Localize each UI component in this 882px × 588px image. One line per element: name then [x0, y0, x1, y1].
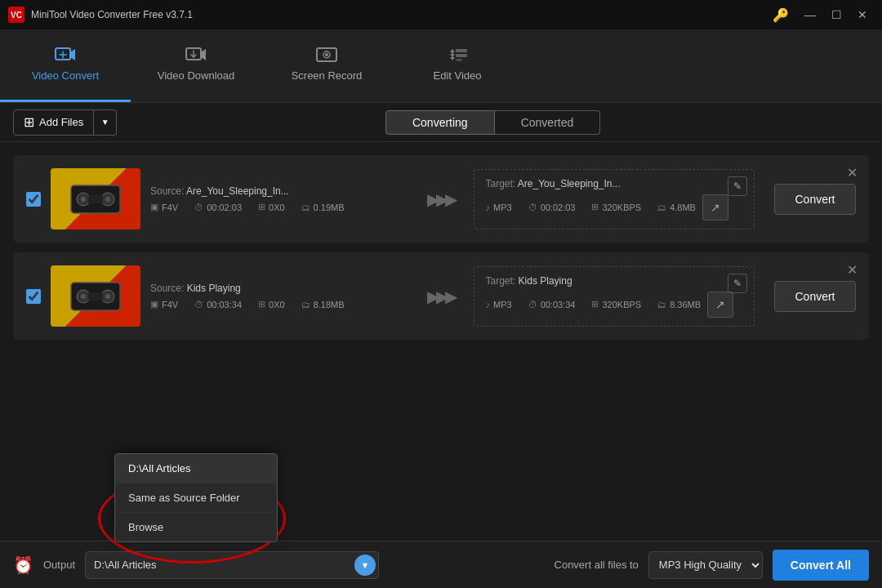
dropdown-item-same-source[interactable]: Same as Source Folder — [115, 483, 277, 513]
file-thumbnail-2 — [51, 265, 140, 327]
source-duration-1: ⏱ 00:02:03 — [194, 202, 242, 212]
svg-rect-7 — [456, 59, 462, 61]
source-line-2: Source: Kids Playing — [150, 283, 408, 294]
clock-icon: ⏰ — [13, 555, 33, 575]
video-download-icon — [185, 45, 207, 65]
nav-bar: Video Convert Video Download Screen Reco… — [0, 29, 882, 103]
output-input-wrapper: ▼ — [85, 551, 379, 579]
output-dropdown-button[interactable]: ▼ — [354, 555, 376, 576]
svg-rect-13 — [88, 195, 103, 203]
add-files-plus-icon: ⊞ — [24, 114, 34, 130]
format-selector[interactable]: MP3 High QualityMP3 128kbpsMP3 320kbpsAA… — [648, 551, 763, 579]
target-bitrate-1: ⊞ 320KBPS — [591, 202, 641, 212]
screen-record-icon — [315, 45, 338, 65]
chevron-down-icon: ▼ — [101, 118, 109, 127]
target-format-2: ♪ MP3 — [486, 299, 512, 310]
key-icon: 🔑 — [773, 7, 789, 23]
file-info-2: Source: Kids Playing ▣ F4V ⏱ 00:03:34 ⊞ … — [150, 283, 408, 310]
open-folder-button-1[interactable]: ↗ — [702, 194, 728, 220]
file-thumbnail-1 — [51, 168, 140, 229]
convert-all-files-label: Convert all files to — [555, 559, 639, 571]
source-duration-2: ⏱ 00:03:34 — [194, 299, 242, 310]
nav-video-download-label: Video Download — [158, 69, 234, 82]
target-format-1: ♪ MP3 — [486, 202, 512, 212]
target-area-2: ✎ Target: Kids Playing ♪ MP3 ⏱ 00:03:34 — [474, 266, 755, 327]
open-folder-button-2[interactable]: ↗ — [707, 292, 733, 318]
svg-point-18 — [105, 294, 110, 299]
svg-point-4 — [325, 53, 328, 56]
chevron-down-small-icon: ▼ — [361, 560, 370, 570]
target-name-1: Are_You_Sleeping_In... — [518, 178, 621, 189]
source-resolution-1: ⊞ 0X0 — [258, 202, 285, 212]
minimize-button[interactable]: — — [799, 5, 822, 24]
nav-video-download[interactable]: Video Download — [131, 29, 261, 102]
file-close-button-1[interactable]: ✕ — [843, 163, 861, 181]
tab-converting[interactable]: Converting — [385, 110, 495, 135]
file-checkbox-2[interactable] — [26, 289, 41, 304]
target-line-2: Target: Kids Playing — [486, 275, 743, 287]
source-name-2: Kids Playing — [187, 283, 241, 294]
video-convert-icon — [54, 45, 77, 65]
dropdown-item-browse[interactable]: Browse — [115, 513, 277, 541]
svg-point-16 — [81, 294, 86, 299]
svg-point-10 — [81, 197, 86, 202]
add-files-dropdown-button[interactable]: ▼ — [94, 109, 117, 136]
folder-icon-2: ↗ — [715, 298, 725, 311]
target-meta-2: ♪ MP3 ⏱ 00:03:34 ⊞ 320KBPS 🗂 8.36MB — [486, 292, 743, 318]
title-bar-left: VC MiniTool Video Converter Free v3.7.1 — [8, 7, 193, 23]
target-size-1: 🗂 4.8MB — [657, 202, 696, 212]
source-format-2: ▣ F4V — [150, 299, 178, 310]
convert-button-1[interactable]: Convert — [774, 184, 856, 215]
title-controls: 🔑 — ☐ ✕ — [773, 5, 874, 24]
title-bar: VC MiniTool Video Converter Free v3.7.1 … — [0, 0, 882, 29]
bottom-bar: ⏰ Output ▼ Convert all files to MP3 High… — [0, 541, 882, 588]
source-size-2: 🗂 8.18MB — [301, 299, 345, 310]
svg-rect-19 — [88, 292, 103, 301]
nav-screen-record[interactable]: Screen Record — [261, 29, 392, 102]
svg-rect-6 — [456, 54, 467, 57]
folder-icon-1: ↗ — [710, 201, 720, 214]
nav-video-convert-label: Video Convert — [32, 69, 99, 82]
nav-screen-record-label: Screen Record — [292, 69, 363, 82]
target-edit-button-2[interactable]: ✎ — [728, 274, 747, 293]
dropdown-item-path[interactable]: D:\All Articles — [115, 454, 277, 483]
app-logo: VC — [8, 7, 24, 23]
file-checkbox-1[interactable] — [26, 192, 41, 207]
nav-edit-video-label: Edit Video — [433, 69, 481, 82]
nav-edit-video[interactable]: Edit Video — [392, 29, 523, 102]
output-dropdown-menu: D:\All Articles Same as Source Folder Br… — [114, 453, 278, 542]
convert-button-2[interactable]: Convert — [774, 281, 856, 312]
title-text: MiniTool Video Converter Free v3.7.1 — [31, 9, 193, 20]
tab-converted[interactable]: Converted — [495, 110, 601, 135]
add-files-label: Add Files — [39, 116, 83, 128]
target-name-2: Kids Playing — [519, 275, 572, 287]
target-duration-1: ⏱ 00:02:03 — [528, 202, 576, 212]
arrow-2: ▶▶▶ — [417, 287, 464, 306]
file-card-2: ✕ Source: Kids Playing ▣ — [13, 252, 869, 340]
source-meta-1: ▣ F4V ⏱ 00:02:03 ⊞ 0X0 🗂 0.19MB — [150, 202, 408, 212]
target-edit-button-1[interactable]: ✎ — [728, 176, 747, 196]
target-meta-1: ♪ MP3 ⏱ 00:02:03 ⊞ 320KBPS 🗂 4.8MB — [486, 194, 743, 220]
svg-point-12 — [105, 197, 110, 202]
target-area-1: ✎ Target: Are_You_Sleeping_In... ♪ MP3 ⏱… — [474, 169, 755, 229]
target-line-1: Target: Are_You_Sleeping_In... — [486, 178, 743, 189]
source-name-1: Are_You_Sleeping_In... — [186, 185, 289, 197]
output-label: Output — [43, 559, 75, 571]
close-button[interactable]: ✕ — [851, 5, 874, 24]
target-size-2: 🗂 8.36MB — [657, 299, 701, 310]
cassette-visual-1 — [67, 179, 124, 220]
cassette-visual-2 — [67, 276, 124, 317]
maximize-button[interactable]: ☐ — [825, 5, 848, 24]
file-card-1: ✕ Source: Are_You_Sleeping_In... — [13, 155, 869, 243]
add-files-button[interactable]: ⊞ Add Files — [13, 109, 94, 136]
source-size-1: 🗂 0.19MB — [301, 202, 345, 212]
source-line-1: Source: Are_You_Sleeping_In... — [150, 185, 408, 197]
source-format-1: ▣ F4V — [150, 202, 178, 212]
nav-video-convert[interactable]: Video Convert — [0, 29, 131, 102]
file-close-button-2[interactable]: ✕ — [843, 261, 861, 278]
convert-all-button[interactable]: Convert All — [773, 550, 869, 581]
target-bitrate-2: ⊞ 320KBPS — [591, 299, 641, 310]
edit-video-icon — [446, 45, 469, 65]
output-path-input[interactable] — [85, 551, 379, 579]
file-info-1: Source: Are_You_Sleeping_In... ▣ F4V ⏱ 0… — [150, 185, 408, 212]
